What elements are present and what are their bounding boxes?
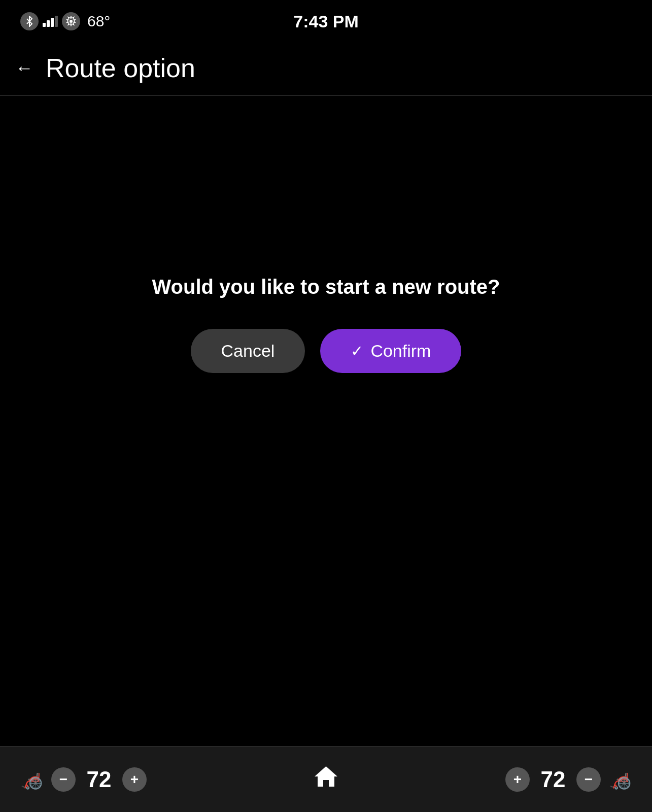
status-bar: 68° 7:43 PM (0, 0, 652, 41)
status-icons (20, 12, 80, 30)
back-button[interactable]: ← (15, 57, 33, 79)
bluetooth-icon (20, 12, 39, 30)
bottom-nav: 🦽 − 72 + + 72 − 🦽 (0, 746, 652, 812)
status-time: 7:43 PM (293, 12, 359, 31)
right-count: 72 (538, 767, 568, 792)
svg-point-0 (70, 20, 73, 23)
confirm-label: Confirm (370, 341, 431, 361)
page-title: Route option (46, 53, 195, 83)
check-icon: ✓ (351, 342, 363, 360)
right-plus-button[interactable]: + (505, 767, 530, 792)
left-plus-button[interactable]: + (122, 767, 147, 792)
header: ← Route option (0, 41, 652, 96)
cancel-button[interactable]: Cancel (191, 329, 305, 373)
left-count: 72 (84, 767, 114, 792)
signal-icon (43, 16, 58, 27)
right-nav-group: + 72 − 🦽 (505, 767, 632, 792)
main-content: Would you like to start a new route? Can… (0, 96, 652, 553)
right-seat-icon: 🦽 (609, 769, 632, 790)
gear-icon (62, 12, 80, 30)
dialog-question: Would you like to start a new route? (152, 276, 500, 298)
confirm-button[interactable]: ✓ Confirm (320, 329, 461, 373)
left-nav-group: 🦽 − 72 + (20, 767, 147, 792)
dialog-buttons: Cancel ✓ Confirm (191, 329, 462, 373)
home-button[interactable] (312, 762, 340, 796)
temperature: 68° (87, 13, 110, 30)
right-minus-button[interactable]: − (576, 767, 601, 792)
status-left: 68° (20, 12, 110, 30)
left-seat-icon: 🦽 (20, 769, 43, 790)
left-minus-button[interactable]: − (51, 767, 76, 792)
